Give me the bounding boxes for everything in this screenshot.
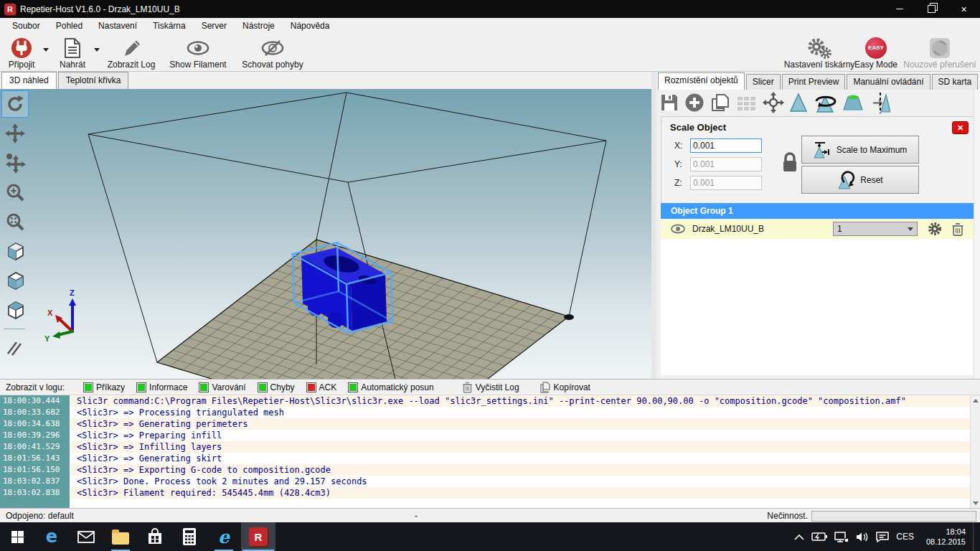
restore-button[interactable]	[915, 0, 948, 18]
taskbar-edge[interactable]: e	[34, 522, 69, 551]
lock-axes-icon[interactable]	[781, 151, 799, 174]
center-object-icon[interactable]	[763, 92, 784, 113]
filter-commands[interactable]: Příkazy	[83, 382, 125, 392]
volume-icon[interactable]	[856, 532, 869, 542]
tab-sd-card[interactable]: SD karta	[932, 74, 979, 90]
3d-scene: Z X Y	[29, 89, 651, 379]
log-scrollbar[interactable]	[970, 395, 980, 508]
scale-panel-close-button[interactable]: ✕	[952, 121, 969, 134]
errors-checkbox[interactable]	[258, 382, 268, 392]
language-indicator[interactable]: CES	[896, 532, 914, 542]
rotate-object-icon[interactable]	[813, 93, 837, 113]
repetier-icon: R	[249, 527, 268, 546]
taskbar-explorer[interactable]	[103, 522, 138, 551]
easy-mode-button[interactable]: EASY Easy Mode	[851, 36, 901, 70]
taskbar-ie[interactable]: e	[207, 522, 241, 551]
log-filter-bar: Zobrazit v logu: Příkazy Informace Varov…	[0, 379, 980, 395]
clear-log-button[interactable]: Vyčistit Log	[463, 382, 519, 393]
show-log-button[interactable]: Zobrazit Log	[103, 36, 160, 70]
right-panel-scrollbar[interactable]	[974, 90, 980, 379]
object-delete-trash-icon[interactable]	[952, 222, 963, 236]
log-filter-label: Zobrazit v logu:	[6, 382, 65, 392]
tab-print-preview[interactable]: Print Preview	[782, 74, 846, 90]
scroll-up-icon[interactable]	[971, 395, 980, 405]
move-object-button[interactable]	[1, 149, 29, 176]
menu-tiskarna[interactable]: Tiskárna	[145, 19, 194, 33]
isometric-view-button[interactable]	[1, 237, 29, 265]
notification-icon[interactable]	[876, 532, 889, 542]
filter-warnings[interactable]: Varování	[199, 382, 245, 392]
taskbar-calculator[interactable]	[172, 522, 207, 551]
filter-errors[interactable]: Chyby	[258, 382, 295, 392]
save-icon[interactable]	[659, 93, 679, 113]
scale-x-input[interactable]	[690, 138, 762, 153]
menu-nastroje[interactable]: Nástroje	[235, 19, 283, 33]
rotate-view-button[interactable]	[1, 90, 29, 118]
screen: R Repetier-Host V1.6.0 - Drzak_LM10UU_B …	[0, 0, 980, 551]
tray-clock[interactable]: 18:04 08.12.2015	[921, 527, 966, 547]
object-settings-gear-icon[interactable]	[928, 222, 942, 236]
scale-object-icon[interactable]	[789, 93, 808, 113]
zoom-in-button[interactable]	[1, 179, 29, 206]
network-icon[interactable]	[834, 532, 849, 542]
tab-manual-control[interactable]: Manuální ovládání	[847, 74, 930, 90]
tab-slicer[interactable]: Slicer	[746, 74, 781, 90]
filter-autoscroll[interactable]: Automatický posun	[348, 382, 433, 392]
menu-server[interactable]: Server	[194, 19, 235, 33]
show-filament-button[interactable]: Show Filament	[165, 36, 231, 70]
tab-object-placement[interactable]: Rozmístění objektů	[658, 72, 745, 90]
taskbar-mail[interactable]	[69, 522, 103, 551]
panel-splitter[interactable]	[651, 72, 656, 379]
minimize-button[interactable]	[883, 0, 915, 18]
copy-object-icon[interactable]	[710, 93, 731, 113]
copies-dropdown[interactable]: 1	[833, 222, 918, 236]
start-button[interactable]	[0, 522, 34, 551]
connect-dropdown-arrow[interactable]	[43, 48, 49, 52]
front-view-button[interactable]	[1, 267, 29, 294]
log-row-empty	[0, 499, 970, 508]
close-button[interactable]: ×	[948, 0, 980, 18]
filter-ack[interactable]: ACK	[306, 382, 337, 392]
taskbar-store[interactable]	[138, 522, 172, 551]
commands-checkbox[interactable]	[83, 382, 93, 392]
menu-soubor[interactable]: Soubor	[4, 19, 48, 33]
object-row[interactable]: Drzak_LM10UU_B 1	[661, 219, 975, 239]
object-visibility-eye-icon[interactable]	[671, 224, 685, 234]
tab-3d-preview[interactable]: 3D náhled	[1, 72, 57, 90]
menu-pohled[interactable]: Pohled	[48, 19, 90, 33]
battery-icon[interactable]	[811, 532, 827, 541]
drop-object-icon[interactable]	[842, 93, 864, 113]
printer-settings-button[interactable]: Nastavení tiskárny	[776, 36, 862, 70]
scroll-down-icon[interactable]	[971, 498, 980, 508]
filter-info[interactable]: Informace	[136, 382, 187, 392]
reset-scale-button[interactable]: Reset	[801, 166, 919, 194]
show-desktop-button[interactable]	[973, 522, 977, 551]
window-title: Repetier-Host V1.6.0 - Drzak_LM10UU_B	[20, 4, 180, 14]
ack-checkbox[interactable]	[306, 382, 316, 392]
emergency-stop-button: Nouzové přerušení	[903, 36, 977, 70]
3d-viewport[interactable]: Z X Y	[0, 89, 651, 379]
autoscroll-checkbox[interactable]	[348, 382, 358, 392]
add-object-icon[interactable]	[684, 93, 705, 113]
load-button[interactable]: Nahrát	[55, 36, 90, 70]
tray-expand-chevron-icon[interactable]	[794, 534, 804, 540]
menu-nastaveni[interactable]: Nastavení	[90, 19, 145, 33]
warnings-checkbox[interactable]	[199, 382, 209, 392]
copy-log-button[interactable]: Kopírovat	[540, 382, 590, 393]
parallel-projection-button[interactable]	[1, 334, 29, 362]
taskbar-repetier-host[interactable]: R	[241, 522, 275, 551]
load-dropdown-arrow[interactable]	[94, 48, 100, 52]
move-view-button[interactable]	[1, 120, 29, 147]
scale-to-maximum-button[interactable]: Scale to Maximum	[801, 136, 919, 164]
info-checkbox[interactable]	[136, 382, 146, 392]
zoom-fit-button[interactable]	[1, 208, 29, 235]
menu-napoveda[interactable]: Nápověda	[283, 19, 338, 33]
hide-travel-button[interactable]: Schovat pohyby	[237, 36, 308, 70]
scale-z-input[interactable]	[690, 176, 762, 190]
scale-y-input[interactable]	[690, 157, 762, 171]
connect-button[interactable]: Připojit	[3, 36, 40, 70]
top-view-button[interactable]	[1, 296, 29, 324]
tab-temp-curve[interactable]: Teplotní křivka	[58, 72, 129, 89]
mirror-object-icon[interactable]	[869, 92, 890, 113]
object-group-header[interactable]: Object Group 1	[661, 203, 975, 219]
